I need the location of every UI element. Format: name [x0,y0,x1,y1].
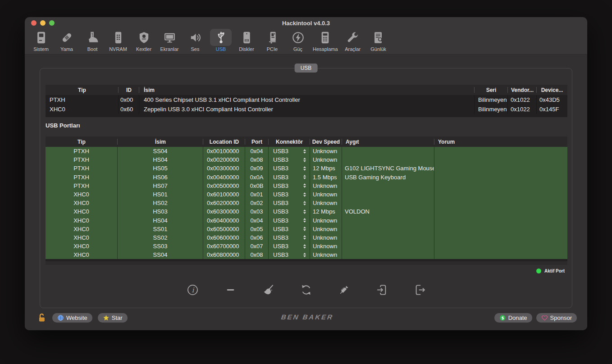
toolbar-item-ekranlar[interactable]: Ekranlar [159,29,180,52]
connector-popup[interactable]: USB3 [269,225,310,233]
cell-device [342,233,434,242]
connector-value: USB3 [273,217,288,224]
column-header[interactable]: Dev Speed [310,136,342,147]
toolbar-item-label: Boot [87,46,98,52]
port-row[interactable]: XHC0HS030x603000000x03USB312 MbpsVOLDON [46,207,567,216]
info-button[interactable]: i [184,281,201,298]
port-row[interactable]: PTXHHS040x002000000x08USB3Unknown [46,155,567,164]
actions-toolbar: i [40,281,572,299]
port-row[interactable]: PTXHHS070x005000000x0BUSB3Unknown [46,182,567,190]
cell-device [342,190,434,199]
connector-popup[interactable]: USB3 [269,182,310,190]
port-row[interactable]: PTXHSS040x001000000x04USB3Unknown [46,147,567,155]
refresh-button[interactable] [297,281,315,298]
connector-popup[interactable]: USB3 [269,199,310,207]
column-header[interactable]: Aygıt [342,136,434,147]
toolbar-item-g-nl-k[interactable]: Günlük [368,29,389,52]
toolbar-item-sistem[interactable]: Sistem [30,29,52,52]
column-header[interactable]: Tip [46,85,119,95]
connector-popup[interactable]: USB3 [269,207,310,216]
cell-comment [434,250,567,259]
window-title: Hackintool v4.0.3 [25,17,587,29]
toolbar-item-ara-lar[interactable]: Araçlar [342,29,364,52]
port-row[interactable]: XHC0SS020x606000000x06USB3Unknown [46,233,567,242]
export-button[interactable] [411,281,428,298]
cell-tip: XHC0 [46,190,118,199]
toolbar-item-ses[interactable]: Ses [184,29,206,52]
controller-row[interactable]: XHC00x60Zeppelin USB 3.0 xHCI Compliant … [46,105,567,114]
connector-popup[interactable]: USB3 [269,216,310,225]
port-row[interactable]: XHC0SS040x608000000x08USB3Unknown [46,250,567,259]
cell-id: 0x60 [119,105,139,114]
import-button[interactable] [373,281,390,298]
connector-popup[interactable]: USB3 [269,147,310,155]
cell-vendor-id: 0x1022 [508,95,537,105]
star-button[interactable]: Star [98,313,128,323]
connector-popup[interactable]: USB3 [269,242,310,250]
column-header[interactable]: İsim [139,85,475,95]
stepper-icon [303,235,306,240]
toolbar-item-diskler[interactable]: Diskler [236,29,257,52]
cell-name: HS01 [118,190,203,199]
column-header[interactable]: Tip [46,136,118,147]
star-icon [103,314,110,321]
connector-popup[interactable]: USB3 [269,164,310,173]
cell-port: 0x0A [245,173,269,182]
connector-popup[interactable]: USB3 [269,190,310,199]
cell-comment [434,199,567,207]
inject-button[interactable] [335,281,352,298]
donate-button[interactable]: $ Donate [494,313,532,323]
cell-comment [434,182,567,190]
connector-popup[interactable]: USB3 [269,173,310,182]
column-header[interactable]: ID [119,85,139,95]
cell-name: SS04 [118,147,203,155]
stepper-icon [303,201,306,205]
column-header[interactable]: İsim [118,136,203,147]
cell-name: HS05 [118,164,203,173]
remove-button[interactable] [222,281,239,298]
port-row[interactable]: XHC0SS030x607000000x07USB3Unknown [46,242,567,250]
column-header[interactable]: Seri [475,85,508,95]
toolbar-item-g-[interactable]: Güç [287,29,309,52]
toolbar-item-pcie[interactable]: PCIe [261,29,283,52]
toolbar-item-boot[interactable]: Boot [82,29,103,52]
port-row[interactable]: XHC0SS010x605000000x05USB3Unknown [46,225,567,233]
controller-row[interactable]: PTXH0x00400 Series Chipset USB 3.1 xHCI … [46,95,567,105]
toolbar-item-usb[interactable]: USB [210,29,232,52]
tab-usb[interactable]: USB [295,64,318,73]
column-header[interactable]: Device... [537,85,567,95]
column-header[interactable]: Location ID [203,136,245,147]
port-row[interactable]: XHC0HS010x601000000x01USB3Unknown [46,190,567,199]
connector-popup[interactable]: USB3 [269,155,310,164]
column-header[interactable]: Vendor... [508,85,537,95]
port-row[interactable]: PTXHHS060x004000000x0AUSB31.5 MbpsUSB Ga… [46,173,567,182]
column-header[interactable]: Port [245,136,269,147]
toolbar-item-yama[interactable]: Yama [56,29,78,52]
clean-button[interactable] [260,281,277,298]
nvram-icon [107,29,129,46]
sponsor-button[interactable]: Sponsor [536,313,577,323]
port-row[interactable]: XHC0HS020x602000000x02USB3Unknown [46,199,567,207]
cell-tip: XHC0 [46,207,118,216]
column-header[interactable]: Konnektör [269,136,310,147]
cell-device-id: 0x145F [537,105,567,114]
connector-popup[interactable]: USB3 [269,233,310,242]
unlock-icon[interactable] [37,313,47,323]
port-row[interactable]: PTXHHS050x003000000x09USB312 MbpsG102 LI… [46,164,567,173]
connector-value: USB3 [273,191,288,198]
toolbar-item-hesaplama[interactable]: Hesaplama [313,29,338,52]
cell-device [342,182,434,190]
horizontal-scrollbar[interactable] [46,261,567,265]
toolbar-item-label: Kextler [136,46,151,52]
titlebar[interactable]: Hackintool v4.0.3 [25,17,587,29]
cell-port: 0x04 [245,147,269,155]
toolbar-item-nvram[interactable]: NVRAM [107,29,129,52]
port-row[interactable]: XHC0HS040x604000000x04USB3Unknown [46,216,567,225]
cell-device [342,155,434,164]
connector-popup[interactable]: USB3 [269,250,310,259]
website-button[interactable]: Website [52,313,92,323]
toolbar-item-kextler[interactable]: Kextler [133,29,155,52]
column-header[interactable]: Yorum [434,136,567,147]
connector-value: USB3 [273,156,288,163]
active-port-legend: Aktif Port [536,268,565,273]
